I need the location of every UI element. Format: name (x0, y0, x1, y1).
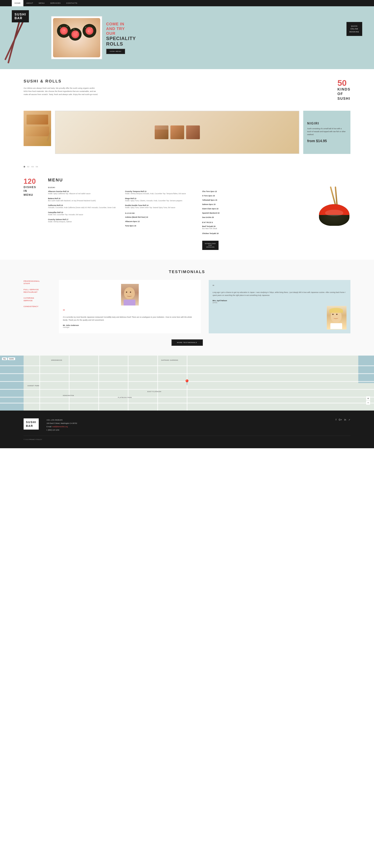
sushi-rolls-intro: SUSHI & ROLLS Our dishes are always fres… (24, 79, 350, 101)
slider-dot-label-3[interactable]: 03 (31, 166, 34, 168)
nav-services[interactable]: SERVICES (48, 0, 63, 6)
feature-label: CONSISTENCY (24, 305, 51, 308)
testimonials-section: TESTIMONIALS PROFESSIONALSTAFF FULL-SERV… (0, 260, 374, 356)
road-v-1 (39, 355, 40, 410)
slider-dots: 02 03 04 (0, 164, 374, 168)
feature-professional: PROFESSIONALSTAFF (24, 280, 51, 285)
menu-item: O Toro 2pcs 15 (202, 195, 274, 197)
menu-item-desc: Inside: Eel, Cucumber Top: Avocado, Eel … (48, 213, 119, 216)
menu-item: Beef Teriyaki 20 8oz New York Steak (202, 225, 274, 230)
slider-dot-label-2[interactable]: 02 (27, 166, 29, 168)
map-water-left (0, 355, 24, 410)
face-shape-2 (331, 310, 343, 326)
menu-col-3: Chu Toro 2pcs 12 O Toro 2pcs 15 Yellowta… (202, 187, 274, 250)
menu-item-name: Tuna 5pcs 15 (125, 225, 196, 227)
zoom-out-button[interactable]: − (366, 401, 370, 405)
nigiri-description: Sushi consisting of a small ball of rice… (307, 127, 346, 136)
menu-col-entrees-title: ENTREES (202, 221, 274, 223)
slider-dot-label-4[interactable]: 04 (36, 166, 38, 168)
menu-item: Chu Toro 2pcs 12 (202, 190, 274, 192)
sushi-piece (27, 115, 48, 124)
menu-item: Giant Clam 4pcs 22 (202, 208, 274, 210)
feature-consistency: CONSISTENCY (24, 305, 51, 308)
download-pdf-button[interactable]: DOWNLOADPDFVERSION (202, 241, 219, 250)
testimonial-avatar-2 (327, 306, 346, 330)
menu-col-4 (279, 187, 350, 250)
more-testimonials-button[interactable]: MORE TESTIMONIALS (171, 339, 203, 346)
feature-label: PROFESSIONALSTAFF (24, 280, 51, 285)
footer-logo: SUSHI BAR (24, 418, 39, 429)
footer-address: USA, LOS ANGELES 100 East E Street, Wash… (47, 418, 77, 432)
nav-menu[interactable]: MENU (36, 0, 48, 6)
slider-dot-1[interactable] (24, 166, 25, 167)
menu-item-desc: Inside: Spicy Tuna, Cilantro, Avocado, K… (125, 199, 196, 202)
testimonial-avatar-1 (121, 284, 139, 306)
menu-item-name: Giant Clam 4pcs 22 (202, 208, 274, 210)
menu-col-2-spacer (125, 187, 196, 188)
sushi-inner-3 (86, 27, 93, 35)
footer-email-link[interactable]: mail@democlinic.org (52, 426, 68, 428)
face-placeholder-2 (327, 306, 346, 330)
menu-item-name: Crunchy Tempura Roll 13 (125, 190, 196, 192)
menu-item: Chicken Teriyaki 18 (202, 232, 274, 235)
map-button[interactable]: Map (2, 358, 7, 360)
shirt (124, 300, 136, 306)
menu-item-name: Double Double Tuna Roll 14 (125, 205, 196, 206)
sushi-small-visual (24, 111, 51, 146)
menu-header: 120 DISHESINMENU MENU SUSHI Albacore Sun… (24, 178, 350, 250)
testimonials-layout: PROFESSIONALSTAFF FULL-SERVICERESTAURANT… (24, 280, 350, 334)
footer-privacy-link[interactable]: PRIVACY POLICY (29, 439, 42, 440)
menu-col-2: Crunchy Tempura Roll 13 Inside: Shrimp t… (125, 187, 196, 250)
menu-section: 120 DISHESINMENU MENU SUSHI Albacore Sun… (0, 168, 374, 260)
menu-item-desc: Avocado, Cucumber, Krab California (Snow… (48, 206, 119, 209)
testimonials-features: PROFESSIONALSTAFF FULL-SERVICERESTAURANT… (24, 280, 51, 334)
face-eyes (126, 291, 131, 293)
entrees-block: ENTREES Beef Teriyaki 20 8oz New York St… (202, 221, 274, 235)
view-menu-button[interactable]: VIEW MENU (106, 49, 125, 54)
menu-item-name: Spanish Mackerel 22 (202, 212, 274, 214)
zoom-in-button[interactable]: + (366, 396, 370, 400)
map-controls: Map Satellite (2, 358, 15, 360)
menu-item-name: Albacore Sunrise Roll 14 (48, 190, 119, 192)
face-placeholder-1 (121, 284, 139, 306)
face-eye-right-2 (336, 314, 338, 315)
menu-item-name: Battera Roll 10 (48, 197, 119, 199)
slider-image-main (55, 111, 299, 154)
footer-inner: SUSHI BAR USA, LOS ANGELES 100 East E St… (24, 418, 350, 432)
social-twitter[interactable]: ✓ (348, 418, 350, 421)
road-v-3 (98, 355, 99, 410)
testimonial-role-2: (artist) (213, 302, 347, 304)
menu-item-desc: 8oz New York Steak (202, 227, 274, 230)
roll-sesame (155, 125, 168, 130)
map-background: GREENWOOD SUNSET PARK KENSINGTON EAST FL… (0, 355, 374, 410)
sushi-piece (26, 126, 49, 136)
social-linkedin[interactable]: in (344, 418, 346, 421)
menu-item-desc: Inside: Spicy Tuna, Green onion Top: Sea… (125, 206, 196, 209)
face-eye-right (130, 291, 131, 293)
menu-item: Caterpillar Roll 13 Inside: Eel, Cucumbe… (48, 212, 119, 216)
footer-copyright: © 2016 (24, 439, 29, 440)
menu-item-name: Salmon 5pcs 15 (202, 204, 274, 205)
nav-contacts[interactable]: CONTACTS (63, 0, 80, 6)
map-label-flatbush: FLATBUSH PARK (118, 397, 132, 398)
satellite-button[interactable]: Satellite (8, 358, 15, 360)
menu-item: Spanish Mackerel 22 (202, 212, 274, 214)
face-eyes-2 (332, 314, 338, 315)
menu-item-name: Albacore 5pcs 12 (125, 220, 196, 222)
face-eye-left (126, 291, 127, 293)
sushi-rolls-left: SUSHI & ROLLS Our dishes are always fres… (24, 79, 329, 96)
nigiri-title: NIGIRI (307, 122, 346, 125)
menu-item: Battera Roll 10 Box sushi made with Mack… (48, 197, 119, 202)
booking-box[interactable]: QUICKONLINEBOOKING (346, 22, 362, 36)
menu-col-sashimi-title: SASHIMI (125, 212, 196, 214)
road-v-5 (157, 355, 158, 410)
nigiri-info-box: NIGIRI Sushi consisting of a small ball … (303, 111, 350, 154)
nav-about[interactable]: ABOUT (23, 0, 36, 6)
sushi-roll-1 (57, 24, 71, 38)
nav-home[interactable]: HOME (12, 0, 23, 6)
testimonial-role-1: manager (63, 326, 197, 328)
hair (329, 308, 343, 313)
social-google-plus[interactable]: G+ (339, 418, 342, 421)
social-facebook[interactable]: f (336, 418, 336, 421)
hero-tagline: COME INAND TRYOUR (106, 22, 136, 36)
